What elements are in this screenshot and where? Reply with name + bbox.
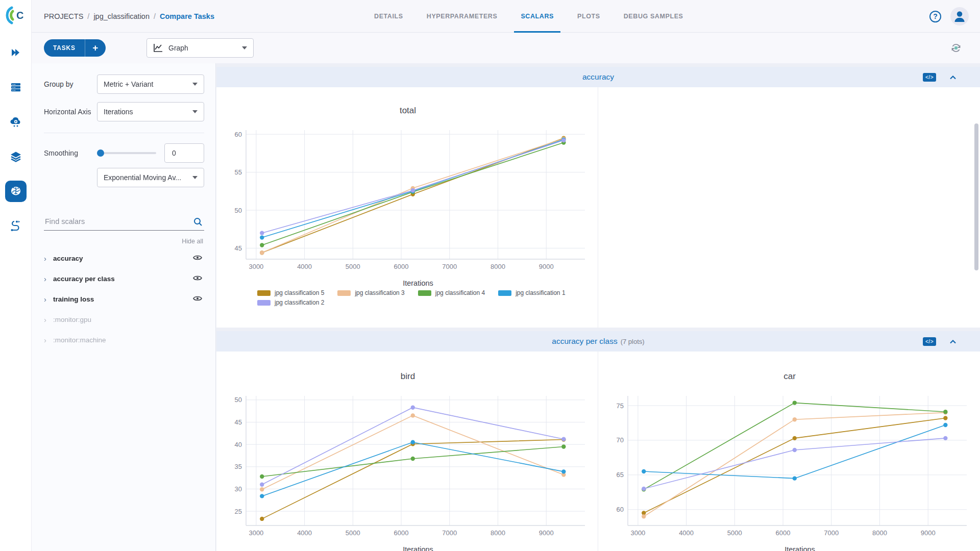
svg-text:60: 60 [617,506,624,513]
metric-label: training loss [53,295,193,303]
workers-queues-icon[interactable] [5,77,27,98]
group-by-select[interactable]: Metric + Variant [97,74,204,94]
svg-text:Iterations: Iterations [403,545,433,551]
svg-text:6000: 6000 [394,263,409,270]
chart-plot-total[interactable]: 455055603000400050006000700080009000tota… [216,87,598,328]
vertical-scrollbar[interactable] [974,123,978,270]
legend-swatch [337,290,351,296]
svg-text:4000: 4000 [679,529,694,537]
view-mode-select[interactable]: Graph [146,38,254,58]
hide-all-link[interactable]: Hide all [44,238,204,245]
find-scalars-input[interactable] [44,217,182,226]
help-icon[interactable]: ? [929,11,941,22]
section-header[interactable]: accuracy </> [216,67,980,87]
breadcrumb-project-name[interactable]: jpg_classification [93,12,150,20]
legend-item-jpg-classification-5[interactable]: jpg classification 5 [257,289,324,296]
tab-plots[interactable]: PLOTS [566,0,612,33]
chevron-right-icon[interactable]: › [44,274,53,283]
legend-label: jpg classification 4 [435,289,485,296]
metric-label: accuracy per class [53,275,193,283]
svg-text:7000: 7000 [442,263,457,270]
user-avatar[interactable] [950,7,969,26]
eye-visibility-icon[interactable] [193,274,204,283]
auto-refresh-icon[interactable] [949,41,963,55]
app-rail: C [0,0,32,551]
svg-text:bird: bird [401,371,415,381]
section-title: accuracy per class(7 plots) [552,337,644,346]
svg-text:55: 55 [235,168,242,176]
pipelines-icon[interactable] [5,215,27,237]
breadcrumb-page: Compare Tasks [160,12,214,20]
search-icon[interactable] [193,217,203,229]
chevron-right-icon[interactable]: › [44,336,53,344]
horizontal-axis-select[interactable]: Iterations [97,102,204,121]
line-chart-total: 455055603000400050006000700080009000tota… [220,87,595,287]
metric-row--monitor-gpu[interactable]: ›:monitor:gpu [44,309,204,330]
chevron-right-icon[interactable]: › [44,315,53,324]
svg-text:9000: 9000 [539,529,554,537]
collapse-section-icon[interactable] [949,339,957,344]
slider-thumb[interactable] [97,149,104,157]
metric-row-accuracy[interactable]: ›accuracy [44,248,204,268]
chevron-down-icon [192,110,198,113]
projects-brain-icon[interactable] [5,181,27,202]
clearml-logo-icon[interactable]: C [5,4,27,27]
legend-label: jpg classification 2 [275,299,324,306]
metric-label: accuracy [53,255,193,262]
smoothing-value-input[interactable] [164,143,204,163]
smoothing-label: Smoothing [44,149,97,157]
top-bar: PROJECTS / jpg_classification / Compare … [32,0,980,33]
smoothing-algorithm-value: Exponential Moving Av... [104,173,192,182]
scalars-toolbar: TASKS + Graph [32,33,980,63]
tab-hyperparameters[interactable]: HYPERPARAMETERS [415,0,509,33]
tab-details[interactable]: DETAILS [362,0,415,33]
chevron-right-icon[interactable]: › [44,295,53,304]
svg-text:50: 50 [235,207,242,214]
tab-scalars[interactable]: SCALARS [509,0,566,33]
legend-item-jpg-classification-1[interactable]: jpg classification 1 [498,289,565,296]
chart-plot-bird[interactable]: 2530354045503000400050006000700080009000… [216,352,598,551]
horizontal-axis-value: Iterations [104,108,192,116]
embed-code-icon[interactable]: </> [923,337,936,346]
page-tabs: DETAILSHYPERPARAMETERSSCALARSPLOTSDEBUG … [362,0,695,33]
collapse-section-icon[interactable] [949,75,957,80]
smoothing-slider[interactable] [97,152,156,154]
datasets-layers-icon[interactable] [5,146,27,167]
legend-label: jpg classification 3 [355,289,404,296]
svg-text:7000: 7000 [824,529,839,537]
group-by-value: Metric + Variant [104,80,192,88]
embed-code-icon[interactable]: </> [923,73,936,82]
smoothing-algorithm-select[interactable]: Exponential Moving Av... [97,168,204,187]
chevron-right-icon[interactable]: › [44,254,53,263]
section-header[interactable]: accuracy per class(7 plots) </> [216,331,980,352]
chevron-down-icon [192,83,198,86]
plot-count-badge: (7 plots) [621,338,645,345]
metric-row--monitor-machine[interactable]: ›:monitor:machine [44,330,204,350]
legend-item-jpg-classification-2[interactable]: jpg classification 2 [257,299,324,306]
metric-row-accuracy-per-class[interactable]: ›accuracy per class [44,268,204,289]
svg-text:60: 60 [235,131,242,138]
cloud-autoscaler-icon[interactable] [5,111,27,133]
eye-visibility-icon[interactable] [193,254,204,263]
chart-plot-car[interactable]: 606570753000400050006000700080009000carI… [598,352,980,551]
svg-text:car: car [783,371,796,381]
legend-item-jpg-classification-4[interactable]: jpg classification 4 [418,289,485,296]
svg-text:25: 25 [235,508,242,515]
expand-sidebar-icon[interactable] [5,42,27,63]
svg-text:45: 45 [235,244,242,252]
empty-plot-cell [598,87,980,328]
breadcrumb-projects[interactable]: PROJECTS [44,12,83,20]
tasks-split-button[interactable]: TASKS + [44,39,106,57]
charts-area: accuracy </> 455055603000400050006000700… [216,63,980,551]
svg-text:3000: 3000 [249,263,263,270]
divider [44,133,204,133]
eye-visibility-icon[interactable] [193,294,204,304]
svg-text:65: 65 [617,471,624,479]
metric-row-training-loss[interactable]: ›training loss [44,289,204,309]
tasks-button-label[interactable]: TASKS [44,44,85,52]
add-task-button[interactable]: + [85,39,106,57]
legend-item-jpg-classification-3[interactable]: jpg classification 3 [337,289,404,296]
svg-text:3000: 3000 [249,529,263,537]
tab-debug-samples[interactable]: DEBUG SAMPLES [612,0,695,33]
scalars-controls-panel: Group by Metric + Variant Horizontal Axi… [32,63,216,551]
